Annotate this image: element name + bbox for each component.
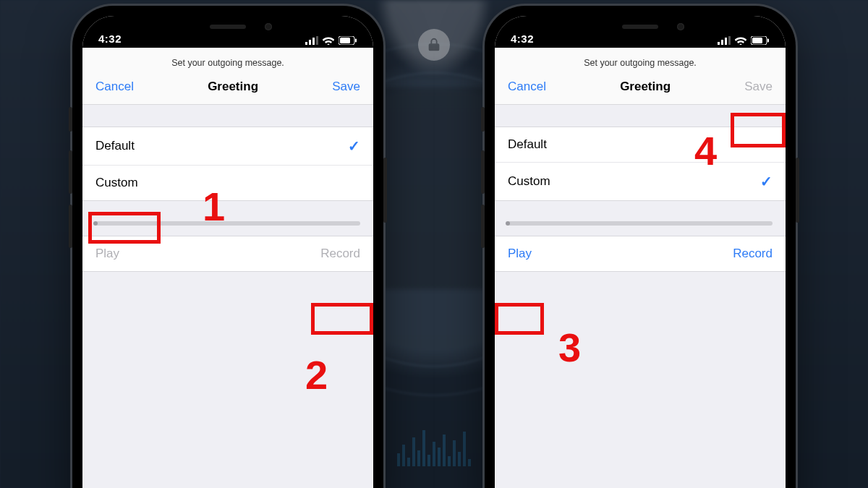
- lock-icon: [418, 29, 450, 61]
- save-button[interactable]: Save: [332, 80, 360, 94]
- annotation-box-1: [88, 212, 161, 244]
- subtitle: Set your outgoing message.: [495, 48, 786, 75]
- option-default-label: Default: [508, 137, 547, 152]
- save-button[interactable]: Save: [744, 80, 773, 94]
- option-default[interactable]: Default ✓: [82, 127, 373, 166]
- svg-rect-7: [718, 42, 720, 45]
- play-button[interactable]: Play: [95, 247, 119, 261]
- svg-rect-5: [340, 38, 350, 43]
- status-time: 4:32: [511, 33, 534, 45]
- wifi-icon: [735, 36, 746, 45]
- annotation-number-1: 1: [203, 183, 225, 230]
- status-time: 4:32: [98, 33, 122, 45]
- subtitle: Set your outgoing message.: [82, 48, 373, 75]
- battery-icon: [339, 36, 357, 45]
- annotation-box-4: [731, 113, 786, 147]
- signal-icon: [305, 36, 318, 45]
- notch: [571, 16, 709, 38]
- svg-rect-10: [728, 36, 731, 45]
- page-title: Greeting: [620, 80, 671, 94]
- greeting-options-list: Default ✓ Custom: [82, 127, 373, 201]
- signal-icon: [718, 36, 731, 45]
- phone-right: 4:32 Set your outgoing message. Cancel G…: [485, 6, 796, 488]
- option-custom[interactable]: Custom ✓: [495, 163, 786, 200]
- navbar: Cancel Greeting Save: [495, 75, 786, 105]
- notch: [159, 16, 297, 38]
- svg-rect-0: [305, 42, 307, 45]
- annotation-number-2: 2: [305, 351, 328, 398]
- cancel-button[interactable]: Cancel: [508, 80, 546, 94]
- battery-icon: [751, 36, 770, 45]
- phone-left: 4:32 Set your outgoing message. Cancel G…: [72, 6, 383, 488]
- record-button[interactable]: Record: [733, 247, 773, 261]
- svg-rect-8: [721, 40, 723, 45]
- record-button[interactable]: Record: [320, 247, 360, 261]
- play-button[interactable]: Play: [508, 247, 532, 261]
- checkmark-icon: ✓: [760, 173, 773, 190]
- svg-rect-6: [355, 39, 357, 43]
- option-custom-label: Custom: [508, 174, 550, 189]
- checkmark-icon: ✓: [348, 137, 360, 155]
- navbar: Cancel Greeting Save: [82, 75, 373, 105]
- svg-rect-1: [309, 40, 311, 45]
- annotation-box-2: [311, 303, 373, 335]
- option-custom-label: Custom: [95, 176, 138, 190]
- playback-controls: Play Record: [495, 236, 786, 272]
- playback-scrubber[interactable]: [508, 221, 773, 226]
- annotation-number-4: 4: [694, 127, 717, 174]
- svg-rect-3: [316, 36, 318, 45]
- wifi-icon: [323, 36, 334, 45]
- svg-rect-12: [752, 38, 762, 43]
- svg-rect-2: [312, 38, 315, 45]
- option-custom[interactable]: Custom: [82, 166, 373, 200]
- annotation-box-3: [495, 303, 544, 335]
- svg-rect-9: [725, 38, 727, 45]
- option-default-label: Default: [95, 139, 135, 153]
- annotation-number-3: 3: [558, 324, 581, 371]
- cancel-button[interactable]: Cancel: [95, 80, 134, 94]
- equalizer-decoration: [397, 430, 471, 466]
- svg-rect-13: [767, 39, 769, 43]
- page-title: Greeting: [208, 80, 258, 94]
